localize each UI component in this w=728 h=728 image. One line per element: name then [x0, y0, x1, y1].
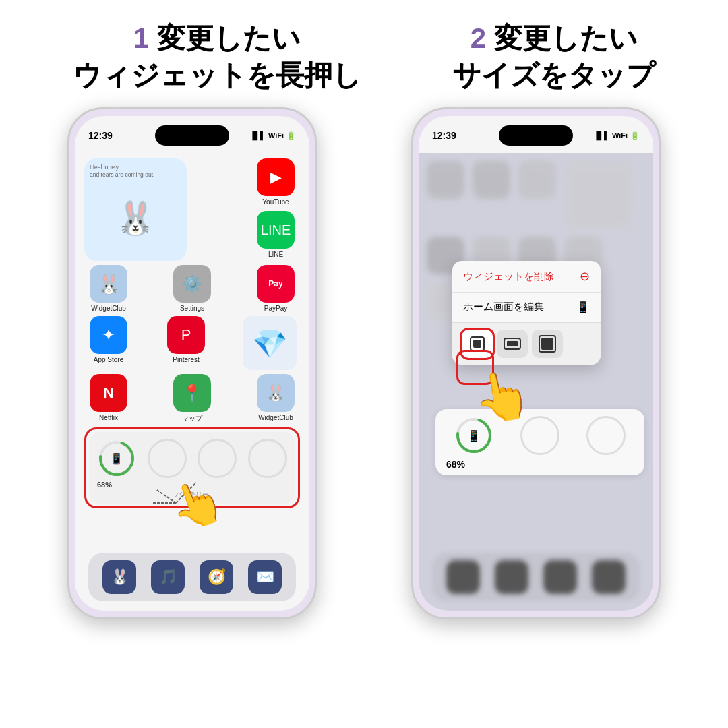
battery-circles-2: 📱	[444, 416, 636, 455]
battery-icon: 🔋	[286, 131, 296, 140]
app-netflix: N Netflix	[84, 374, 133, 423]
appstore-label: App Store	[94, 356, 123, 363]
step1-title: 1 変更したい ウィジェットを長押し	[73, 20, 361, 94]
bunny-emoji: 🐰	[90, 181, 181, 255]
edit-home-item[interactable]: ホーム画面を編集 📱	[452, 293, 601, 322]
widget-large-1: I feel lonelyand tears are coming out. 🐰	[84, 158, 187, 261]
battery-device-icon-2: 📱	[467, 429, 481, 442]
time-1: 12:39	[88, 130, 113, 141]
pinterest-label: Pinterest	[173, 356, 199, 363]
blurred-dock	[432, 553, 640, 601]
battery-circle-3b	[586, 416, 626, 455]
widgetclub-icon-1: 🐰	[90, 265, 127, 303]
home-screen-1: I feel lonelyand tears are coming out. 🐰…	[75, 153, 309, 611]
battery-icon-2: 🔋	[630, 131, 640, 140]
app-row-1: I feel lonelyand tears are coming out. 🐰…	[84, 158, 300, 261]
dock-icon-2: 🎵	[151, 560, 185, 594]
signal-icon: ▐▌▌	[249, 131, 265, 140]
app-pinterest: P Pinterest	[162, 316, 210, 370]
app-settings: ⚙️ Settings	[168, 265, 216, 312]
svg-rect-10	[541, 338, 553, 350]
battery-circles: 📱	[94, 439, 290, 478]
phones-section: 12:39 ▐▌▌ WiFi 🔋 I feel lonelyand	[0, 107, 728, 619]
widgetclub-label-2: WidgetClub	[258, 414, 293, 421]
app-row-2: 🐰 WidgetClub ⚙️ Settings Pay PayPay	[84, 265, 300, 312]
settings-label: Settings	[180, 305, 204, 312]
battery-percent-2: 68%	[444, 459, 636, 470]
app-appstore: ✦ App Store	[84, 316, 133, 370]
app-maps: 📍 マップ	[168, 374, 216, 423]
paypay-icon: Pay	[257, 265, 295, 303]
battery-circle-2	[148, 439, 187, 478]
widget-text: I feel lonelyand tears are coming out.	[90, 164, 181, 179]
dynamic-island-1	[155, 125, 229, 146]
youtube-label: YouTube	[262, 198, 289, 206]
wifi-icon: WiFi	[268, 131, 284, 140]
dock-1: 🐰 🎵 🧭 ✉️	[88, 553, 296, 601]
maps-label: マップ	[182, 414, 202, 423]
svg-rect-8	[507, 341, 518, 346]
edit-icon: 📱	[576, 301, 590, 313]
size-large-btn[interactable]	[532, 330, 563, 358]
phone2: 12:39 ▐▌▌ WiFi 🔋	[411, 107, 661, 619]
page: 1 変更したい ウィジェットを長押し 2 変更したい サイズをタップ 12:39…	[0, 0, 728, 728]
heart-icon: 💎	[243, 316, 297, 370]
app-line: LINE LINE	[251, 211, 300, 258]
time-2: 12:39	[432, 130, 456, 141]
battery-device-icon: 📱	[110, 452, 123, 465]
size-medium-btn[interactable]	[497, 330, 528, 358]
dock-icon-4: ✉️	[248, 560, 282, 594]
line-icon: LINE	[257, 211, 295, 249]
phone2-screen: 12:39 ▐▌▌ WiFi 🔋	[419, 116, 653, 611]
status-icons-2: ▐▌▌ WiFi 🔋	[593, 131, 640, 140]
app-row-3: ✦ App Store P Pinterest 💎	[84, 316, 300, 370]
widgetclub-label-1: WidgetClub	[91, 305, 126, 312]
dynamic-island-2	[499, 125, 573, 146]
appstore-icon: ✦	[90, 316, 127, 354]
maps-icon: 📍	[173, 374, 211, 412]
status-icons-1: ▐▌▌ WiFi 🔋	[249, 131, 296, 140]
dock-icon-1: 🐰	[102, 560, 136, 594]
wifi-icon-2: WiFi	[612, 131, 628, 140]
svg-rect-6	[473, 340, 481, 348]
phone1-screen: 12:39 ▐▌▌ WiFi 🔋 I feel lonelyand	[75, 116, 309, 611]
hand-cursor-2: 👆	[468, 364, 536, 429]
phone1: 12:39 ▐▌▌ WiFi 🔋 I feel lonelyand	[67, 107, 317, 619]
battery-widget-2: 📱 68%	[435, 409, 644, 475]
app-row-4: N Netflix 📍 マップ 🐰 WidgetClub	[84, 374, 300, 423]
settings-icon: ⚙️	[173, 265, 211, 303]
widget-heart: 💎	[239, 316, 300, 370]
blurred-bg: ウィジェットを削除 ⊖ ホーム画面を編集 📱	[419, 153, 653, 611]
app-paypay: Pay PayPay	[251, 265, 300, 312]
dock-icon-3: 🧭	[200, 560, 233, 594]
line-label: LINE	[268, 251, 283, 258]
signal-icon-2: ▐▌▌	[593, 131, 609, 140]
app-widgetclub2: 🐰 WidgetClub	[251, 374, 300, 423]
delete-icon: ⊖	[580, 269, 590, 284]
step1-number: 1	[133, 22, 149, 54]
app-youtube: ▶ YouTube	[251, 158, 300, 206]
paypay-label: PayPay	[264, 305, 287, 312]
battery-circle-2b	[520, 416, 559, 455]
pinterest-icon: P	[167, 316, 205, 354]
top-titles: 1 変更したい ウィジェットを長押し 2 変更したい サイズをタップ	[0, 0, 728, 100]
step2-title: 2 変更したい サイズをタップ	[452, 20, 655, 94]
youtube-icon: ▶	[257, 158, 295, 196]
widgetclub-icon-2: 🐰	[257, 374, 295, 412]
small-apps-col: ▶ YouTube LINE LINE	[251, 158, 300, 261]
step2-number: 2	[471, 22, 486, 54]
battery-circle-4	[248, 439, 287, 478]
app-widgetclub1: 🐰 WidgetClub	[84, 265, 133, 312]
netflix-label: Netflix	[99, 414, 118, 421]
delete-widget-item[interactable]: ウィジェットを削除 ⊖	[452, 261, 601, 293]
netflix-icon: N	[90, 374, 127, 412]
battery-main-circle: 📱	[97, 439, 136, 478]
context-menu: ウィジェットを削除 ⊖ ホーム画面を編集 📱	[452, 261, 601, 365]
battery-circle-3	[198, 439, 237, 478]
